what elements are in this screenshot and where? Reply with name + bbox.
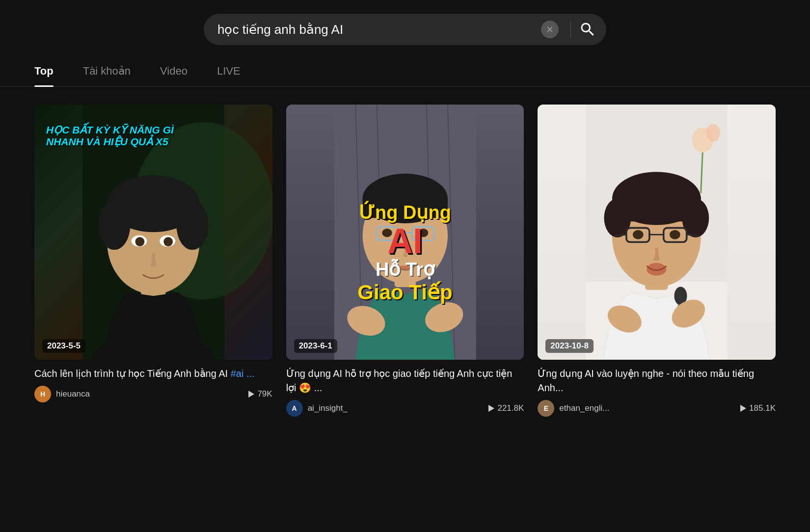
card-author-3: E ethan_engli... [538,400,609,417]
search-button[interactable] [579,21,596,38]
card-views-2: 221.8K [488,403,524,413]
search-icon [579,21,596,38]
card-author-2: A ai_insight_ [286,400,348,417]
card-title-2: Ứng dụng AI hỗ trợ học giao tiếp tiếng A… [286,367,524,395]
svg-point-46 [670,230,680,239]
tab-top[interactable]: Top [34,56,54,86]
search-input[interactable] [217,22,541,37]
video-card-3[interactable]: 2023-10-8 Ứng dụng AI vào luyện nghe - n… [538,105,776,421]
video-date-2: 2023-6-1 [294,339,337,353]
tab-video[interactable]: Video [160,56,188,86]
author-name-2: ai_insight_ [308,403,348,413]
svg-point-32 [706,124,721,142]
play-icon-2 [488,405,494,412]
tab-account[interactable]: Tài khoản [83,56,131,86]
card-info-1: Cách lên lịch trình tự học Tiếng Anh bằn… [34,360,272,406]
author-name-1: hieuanca [56,389,90,399]
video-grid: HỌC BẤT KỲ KỸ NĂNG GÌ NHANH VÀ HIỆU QUẢ … [0,87,810,421]
svg-point-7 [98,200,130,250]
card-info-2: Ứng dụng AI hỗ trợ học giao tiếp tiếng A… [286,360,524,421]
svg-point-8 [176,200,208,250]
video-card-2[interactable]: Ứng Dụng AI Hỗ Trợ Giao Tiếp 2023-6-1 Ứn… [286,105,524,421]
author-avatar-1: H [34,386,51,402]
search-bar [204,14,606,45]
play-icon-3 [740,405,746,412]
video-thumbnail-3: 2023-10-8 [538,105,776,360]
video-date-3: 2023-10-8 [545,339,594,353]
play-icon-1 [248,391,254,398]
tabs-container: Top Tài khoản Video LIVE [0,56,810,87]
author-name-3: ethan_engli... [559,403,609,413]
search-divider [570,21,571,38]
video-card-1[interactable]: HỌC BẤT KỲ KỸ NĂNG GÌ NHANH VÀ HIỆU QUẢ … [34,105,272,421]
search-bar-container [0,0,810,56]
video-date-1: 2023-5-5 [42,339,85,353]
tab-live[interactable]: LIVE [217,56,241,86]
svg-point-47 [647,263,666,276]
person-sketch-3 [538,105,776,360]
card-meta-3: E ethan_engli... 185.1K [538,400,776,417]
svg-point-12 [163,237,173,246]
clear-search-button[interactable] [541,21,559,38]
card-views-3: 185.1K [740,403,776,413]
card-views-1: 79K [248,389,272,399]
close-icon [545,25,554,34]
card-title-1: Cách lên lịch trình tự học Tiếng Anh bằn… [34,367,272,381]
author-avatar-3: E [538,400,554,417]
svg-point-45 [633,230,644,239]
card-meta-1: H hieuanca 79K [34,386,272,402]
card-author-1: H hieuanca [34,386,90,402]
svg-point-11 [135,237,144,246]
author-avatar-2: A [286,400,303,417]
thumbnail-overlay-text-2: Ứng Dụng AI Hỗ Trợ Giao Tiếp [298,202,512,304]
card-meta-2: A ai_insight_ 221.8K [286,400,524,417]
video-thumbnail-2: Ứng Dụng AI Hỗ Trợ Giao Tiếp 2023-6-1 [286,105,524,360]
card-title-3: Ứng dụng AI vào luyện nghe - nói theo mẫ… [538,367,776,395]
video-thumbnail-1: HỌC BẤT KỲ KỸ NĂNG GÌ NHANH VÀ HIỆU QUẢ … [34,105,272,360]
card-info-3: Ứng dụng AI vào luyện nghe - nói theo mẫ… [538,360,776,421]
thumbnail-overlay-text-1: HỌC BẤT KỲ KỸ NĂNG GÌ NHANH VÀ HIỆU QUẢ … [46,124,174,148]
